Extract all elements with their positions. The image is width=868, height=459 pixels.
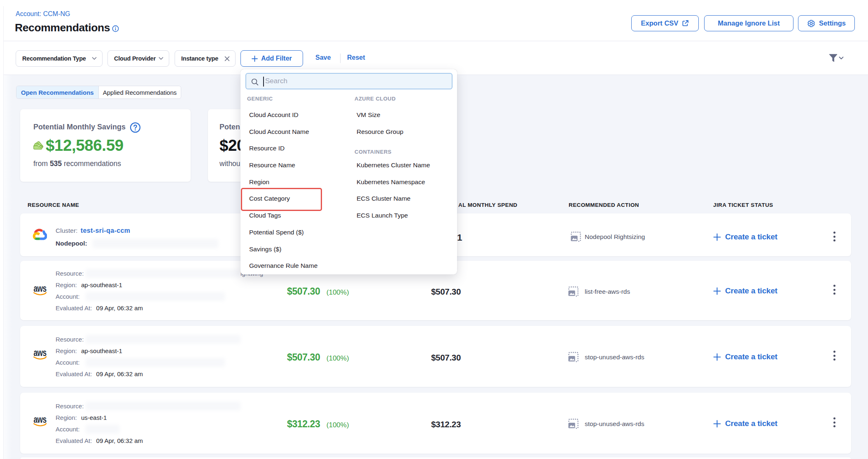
recommended-action: Nodepool Rightsizing <box>570 231 645 242</box>
recommendation-type-icon <box>568 286 579 297</box>
card-title: Poten <box>219 123 240 131</box>
savings-amount: $507.30 <box>287 352 320 363</box>
savings-amount: $507.30 <box>287 286 320 297</box>
manage-ignore-list-label: Manage Ignore List <box>718 19 779 27</box>
recommendations-page: Account: CCM-NG Recommendations Export C… <box>0 0 868 459</box>
tab-applied-recommendations[interactable]: Applied Recommendations <box>98 86 181 98</box>
add-filter-button[interactable]: Add Filter <box>240 50 303 67</box>
filter-option[interactable]: VM Size <box>357 111 404 128</box>
tab-open-recommendations[interactable]: Open Recommendations <box>16 86 98 98</box>
svg-text:aws: aws <box>33 351 46 358</box>
redacted-nodepool-value <box>93 239 218 248</box>
recommendation-type-icon <box>570 231 581 242</box>
plus-icon <box>713 353 721 361</box>
filter-option[interactable]: Resource Group <box>357 128 404 145</box>
column-header-jira-ticket-status: JIRA TICKET STATUS <box>713 202 773 208</box>
settings-button[interactable]: Settings <box>798 15 855 31</box>
filter-option[interactable]: Potential Spend ($) <box>249 229 317 246</box>
plus-icon <box>713 287 721 295</box>
create-ticket-button[interactable]: Create a ticket <box>713 419 777 428</box>
gear-icon <box>807 19 815 28</box>
account-label: Account: <box>56 359 79 366</box>
filter-chip-cloud-provider[interactable]: Cloud Provider <box>107 50 169 67</box>
funnel-icon <box>829 54 838 63</box>
savings-subtitle-prefix: from <box>33 159 50 168</box>
monthly-spend-value: 1 <box>457 232 462 243</box>
filter-chip-instance-type[interactable]: Instance type <box>175 50 236 67</box>
evaluated-line: Evaluated At: 09 Apr, 06:32 am <box>56 370 143 377</box>
filter-option[interactable]: Governance Rule Name <box>249 262 317 279</box>
export-csv-label: Export CSV <box>641 19 679 27</box>
evaluated-label: Evaluated At: <box>56 370 92 377</box>
add-filter-dropdown: GENERIC Cloud Account ID Cloud Account N… <box>240 69 457 274</box>
close-icon[interactable] <box>224 56 230 61</box>
monthly-savings-cell: $507.30 (100%) <box>287 286 349 297</box>
create-ticket-button[interactable]: Create a ticket <box>713 352 777 361</box>
filter-option[interactable]: Cloud Tags <box>249 212 317 229</box>
action-label: stop-unused-aws-rds <box>585 420 644 428</box>
potential-monthly-savings-card: Potential Monthly Savings $12,586.59 fro… <box>20 109 191 182</box>
aws-icon: aws <box>33 286 47 296</box>
account-breadcrumb[interactable]: Account: CCM-NG <box>16 10 70 18</box>
savings-subtitle-suffix: recommendations <box>62 159 121 168</box>
search-box <box>245 73 453 89</box>
svg-text:aws: aws <box>33 286 46 294</box>
save-filter-link[interactable]: Save <box>315 54 331 61</box>
resource-line: Resource: <box>56 336 84 343</box>
region-label: Region: <box>56 281 77 288</box>
chip-label: Cloud Provider <box>114 55 156 62</box>
filter-option[interactable]: Resource Name <box>249 162 317 178</box>
row-menu-kebab[interactable] <box>832 285 836 295</box>
redacted-account-value <box>86 292 225 301</box>
filter-panel-toggle[interactable] <box>829 54 844 63</box>
savings-percent: (100%) <box>327 288 349 296</box>
export-csv-button[interactable]: Export CSV <box>631 15 699 31</box>
redacted-resource-value <box>86 335 240 344</box>
search-input[interactable] <box>265 74 446 89</box>
evaluated-value: 09 Apr, 06:32 am <box>96 304 143 311</box>
info-icon[interactable] <box>112 25 119 32</box>
create-ticket-button[interactable]: Create a ticket <box>713 286 777 295</box>
money-icon <box>33 141 43 150</box>
row-menu-kebab[interactable] <box>832 417 836 427</box>
evaluated-value: 09 Apr, 06:32 am <box>96 370 143 377</box>
row-menu-kebab[interactable] <box>832 351 836 361</box>
manage-ignore-list-button[interactable]: Manage Ignore List <box>704 15 793 31</box>
column-header-resource-name: RESOURCE NAME <box>28 202 79 208</box>
evaluated-value: 09 Apr, 06:32 am <box>96 437 143 444</box>
region-value: ap-southeast-1 <box>81 347 122 354</box>
evaluated-line: Evaluated At: 09 Apr, 06:32 am <box>56 437 143 444</box>
filter-option[interactable]: Kubernetes Namespace <box>357 178 430 195</box>
evaluated-label: Evaluated At: <box>56 304 92 311</box>
filter-chip-recommendation-type[interactable]: Recommendation Type <box>16 50 103 67</box>
filter-option[interactable]: Cloud Account Name <box>249 128 317 145</box>
chevron-down-icon <box>92 57 97 60</box>
create-ticket-button[interactable]: Create a ticket <box>713 232 777 241</box>
filter-option[interactable]: Resource ID <box>249 145 317 162</box>
filter-option[interactable]: Cloud Account ID <box>249 111 317 128</box>
resource-line: Resource: <box>56 270 84 277</box>
reset-filter-link[interactable]: Reset <box>347 54 365 61</box>
table-row[interactable]: aws Resource: Region: us-east-1 Account:… <box>20 393 851 454</box>
aws-icon: aws <box>33 417 47 427</box>
savings-subtitle: from 535 recommendations <box>33 159 121 168</box>
region-value: ap-southeast-1 <box>81 281 122 288</box>
external-link-icon <box>682 20 689 27</box>
recommendation-type-icon <box>568 351 579 363</box>
cluster-link[interactable]: test-sri-qa-ccm <box>81 227 131 234</box>
filter-option[interactable]: ECS Cluster Name <box>357 195 430 212</box>
table-row[interactable]: aws Resource: Region: ap-southeast-1 Acc… <box>20 326 851 387</box>
filter-option[interactable]: ECS Launch Type <box>357 212 430 229</box>
monthly-spend-value: $507.30 <box>431 287 461 297</box>
column-header-recommended-action: RECOMMENDED ACTION <box>569 202 639 208</box>
region-line: Region: us-east-1 <box>56 414 107 421</box>
account-label: Account: <box>56 293 79 300</box>
filter-option[interactable]: Savings ($) <box>249 246 317 262</box>
action-label: Nodepool Rightsizing <box>585 233 645 241</box>
filter-option[interactable]: Kubernetes Cluster Name <box>357 162 430 178</box>
help-icon[interactable] <box>130 122 141 133</box>
search-icon <box>251 78 259 86</box>
row-menu-kebab[interactable] <box>832 232 836 241</box>
redacted-account-value <box>86 425 119 433</box>
region-line: Region: ap-southeast-1 <box>56 347 122 354</box>
